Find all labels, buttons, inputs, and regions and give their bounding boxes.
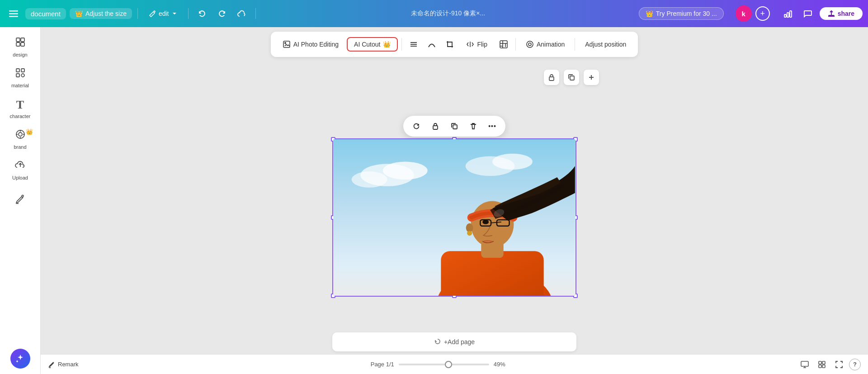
svg-point-35: [492, 153, 533, 170]
document-title[interactable]: document: [25, 8, 66, 19]
lock-image-button[interactable]: [428, 118, 443, 134]
svg-point-17: [284, 43, 285, 43]
bottom-right: ?: [797, 357, 861, 372]
nav-separator-1: [137, 8, 138, 19]
svg-point-13: [21, 74, 24, 77]
undo-button[interactable]: [194, 5, 210, 22]
svg-rect-50: [819, 365, 821, 368]
image-toolbar: AI Photo Editing AI Cutout 👑: [271, 32, 638, 57]
upload-icon: [15, 160, 26, 173]
adjust-position-label: Adjust position: [585, 41, 626, 48]
curve-button[interactable]: [424, 36, 440, 52]
svg-rect-24: [549, 77, 554, 80]
zoom-level: 49%: [494, 361, 505, 368]
lines-button[interactable]: [406, 36, 422, 52]
flip-button[interactable]: Flip: [460, 38, 494, 51]
redo-button[interactable]: [214, 5, 230, 22]
bottom-left: Remark: [48, 361, 79, 368]
toolbar-separator-1: [401, 38, 402, 51]
svg-point-41: [467, 231, 472, 235]
adjust-size-button[interactable]: 👑 Adjust the size: [70, 8, 132, 19]
sidebar-item-draw[interactable]: [3, 186, 38, 215]
svg-point-33: [352, 171, 387, 188]
zoom-slider-thumb[interactable]: [445, 361, 452, 368]
adjust-position-button[interactable]: Adjust position: [579, 38, 632, 51]
ai-photo-editing-label: AI Photo Editing: [293, 41, 339, 48]
refresh-image-button[interactable]: [409, 118, 424, 134]
add-page-button[interactable]: +Add page: [332, 332, 576, 351]
canvas-area: AI Photo Editing AI Cutout 👑: [41, 27, 868, 374]
help-button[interactable]: ?: [849, 359, 861, 370]
copy-image-button[interactable]: [447, 118, 462, 134]
grid-view-button[interactable]: [815, 357, 829, 372]
svg-rect-9: [21, 43, 24, 46]
svg-rect-0: [9, 10, 18, 12]
svg-rect-10: [16, 69, 19, 72]
svg-rect-47: [801, 361, 808, 366]
animation-button[interactable]: Animation: [519, 38, 571, 51]
flip-label: Flip: [477, 41, 487, 48]
sidebar-item-material[interactable]: material: [3, 63, 38, 92]
sidebar-item-upload[interactable]: Upload: [3, 156, 38, 185]
fullscreen-button[interactable]: [832, 357, 846, 372]
lock-canvas-button[interactable]: [544, 70, 559, 85]
top-navigation: document 👑 Adjust the size edit 未命名的设计-9…: [0, 0, 868, 27]
ai-cutout-label: AI Cutout: [354, 41, 380, 48]
add-page-label: +Add page: [444, 338, 475, 346]
premium-label: Try Premium for 30 ...: [656, 10, 717, 17]
magic-button[interactable]: [10, 349, 30, 369]
cloud-button[interactable]: [234, 5, 250, 22]
premium-button[interactable]: 👑 Try Premium for 30 ...: [639, 7, 724, 20]
character-label: character: [10, 114, 31, 119]
upload-label: Upload: [12, 175, 28, 180]
ai-photo-editing-button[interactable]: AI Photo Editing: [276, 38, 345, 51]
canvas-frame[interactable]: •••: [332, 138, 576, 297]
svg-point-23: [528, 43, 531, 46]
toolbar-separator-2: [515, 38, 516, 51]
svg-rect-6: [16, 38, 20, 42]
photo-image[interactable]: [333, 139, 576, 296]
page-indicator: Page 1/1: [371, 361, 394, 368]
sidebar-item-brand[interactable]: 👑 brand: [3, 125, 38, 154]
add-canvas-button[interactable]: [584, 70, 599, 85]
sidebar: design material T character 👑: [0, 27, 41, 374]
add-button[interactable]: +: [755, 6, 770, 21]
desktop-view-button[interactable]: [797, 357, 812, 372]
add-page-icon: [434, 338, 441, 346]
crop-button[interactable]: [442, 36, 458, 52]
analytics-button[interactable]: [780, 5, 796, 22]
person-svg: [333, 139, 576, 296]
svg-rect-28: [433, 126, 438, 129]
svg-rect-49: [822, 361, 825, 364]
crown-icon: 👑: [75, 10, 83, 17]
svg-rect-48: [819, 361, 821, 364]
svg-rect-21: [500, 41, 507, 48]
ai-cutout-button[interactable]: AI Cutout 👑: [347, 37, 398, 52]
svg-rect-29: [453, 125, 457, 129]
premium-crown-icon: 👑: [646, 10, 653, 17]
character-icon: T: [16, 98, 24, 112]
remark-button[interactable]: Remark: [48, 361, 79, 368]
brand-crown-icon: 👑: [26, 128, 33, 135]
transparency-button[interactable]: [495, 36, 512, 52]
sidebar-item-character[interactable]: T character: [3, 94, 38, 123]
user-avatar[interactable]: k: [736, 5, 752, 22]
svg-rect-7: [21, 38, 24, 42]
menu-button[interactable]: [5, 5, 22, 22]
nav-separator-2: [188, 8, 189, 19]
comments-button[interactable]: [800, 5, 816, 22]
sidebar-item-design[interactable]: design: [3, 33, 38, 62]
delete-image-button[interactable]: [466, 118, 481, 134]
share-button[interactable]: share: [820, 7, 863, 20]
material-label: material: [11, 83, 29, 88]
nav-separator-3: [255, 8, 256, 19]
main-layout: design material T character 👑: [0, 27, 868, 374]
more-options-button[interactable]: •••: [485, 118, 500, 134]
zoom-slider[interactable]: [399, 364, 489, 365]
svg-point-32: [383, 161, 428, 180]
bottom-center: Page 1/1 49%: [371, 361, 505, 368]
edit-button[interactable]: edit: [143, 8, 183, 19]
duplicate-canvas-button[interactable]: [564, 70, 579, 85]
svg-rect-16: [283, 41, 290, 47]
file-title: 未命名的设计-910 像素×...: [261, 9, 635, 18]
